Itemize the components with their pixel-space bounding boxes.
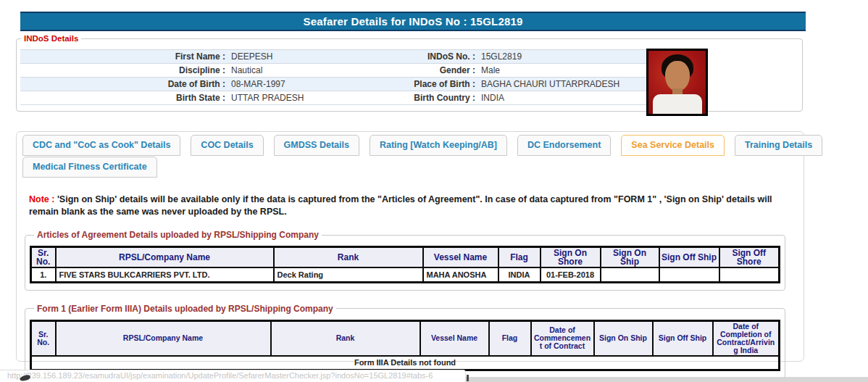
cell-flag: INDIA	[498, 267, 541, 282]
field-value: INDIA	[475, 91, 646, 104]
col-header-sign-off-ship: Sign Off Ship	[653, 320, 713, 356]
col-header-flag: Flag	[489, 320, 531, 356]
col-header-sign-on-ship: Sign On Ship	[594, 320, 653, 356]
indos-details-fieldset: INDoS Details First Name : DEEPESH INDoS…	[16, 34, 803, 112]
page-title: Seafarer Details for INDoS No : 15GL2819	[303, 15, 522, 28]
field-label: INDoS No. :	[394, 50, 475, 63]
col-header-sign-off-ship: Sign Off Ship	[659, 247, 719, 268]
field-label: First Name :	[20, 50, 225, 63]
field-label: Birth State :	[20, 91, 225, 104]
field-label: Gender :	[394, 64, 475, 77]
col-header-sr-no: Sr. No.	[31, 247, 56, 268]
tabs-row-2: Medical Fitness Certificate	[22, 157, 800, 178]
tabs-panel: CDC and "CoC as Cook" Details COC Detail…	[16, 131, 804, 362]
field-value: BAGHA CHAURI UTTARPRADESH	[475, 78, 646, 91]
field-label: Birth Country :	[394, 91, 475, 104]
cell-sign-on-ship	[601, 267, 659, 282]
note-label: Note :	[29, 194, 57, 204]
articles-of-agreement-fieldset: Articles of Agreement Details uploaded b…	[25, 230, 785, 291]
detail-row-discipline: Discipline : Nautical Gender : Male	[20, 64, 646, 78]
form1-fieldset: Form 1 (Earlier Form IIIA) Details uploa…	[25, 304, 785, 379]
field-value: 08-MAR-1997	[225, 78, 394, 91]
field-value: DEEPESH	[225, 50, 394, 63]
cell-sign-off-ship	[659, 267, 719, 282]
articles-header-row: Sr. No. RPSL/Company Name Rank Vessel Na…	[31, 247, 780, 268]
tab-cdc-coc-cook-details[interactable]: CDC and "CoC as Cook" Details	[22, 135, 180, 156]
col-header-sign-on-ship: Sign On Ship	[601, 247, 659, 268]
field-label: Date of Birth :	[20, 78, 225, 91]
field-value: UTTAR PRADESH	[225, 91, 394, 104]
tab-coc-details[interactable]: COC Details	[191, 135, 263, 156]
field-value: Male	[475, 64, 646, 77]
col-header-sign-off-shore: Sign Off Shore	[719, 247, 780, 268]
form1-empty-message: Form IIIA Details not found	[31, 356, 780, 370]
field-label: Place of Birth :	[394, 78, 475, 91]
tab-medical-fitness-certificate[interactable]: Medical Fitness Certificate	[22, 157, 157, 178]
detail-row-birth-state: Birth State : UTTAR PRADESH Birth Countr…	[20, 91, 646, 105]
cell-sign-off-shore	[719, 267, 780, 282]
col-header-rank: Rank	[274, 247, 423, 268]
tab-rating-watch-keeping[interactable]: Rating [Watch Keeping/AB]	[370, 135, 507, 156]
field-label: Discipline :	[20, 64, 225, 77]
detail-row-date-of-birth: Date of Birth : 08-MAR-1997 Place of Bir…	[20, 78, 646, 91]
col-header-sign-on-shore: Sign On Shore	[541, 247, 601, 268]
field-value: 15GL2819	[475, 50, 646, 63]
status-bar-url: http://239.156.189.23/esamudraUI/jsp/exa…	[0, 370, 466, 382]
col-header-flag: Flag	[498, 247, 541, 268]
articles-legend: Articles of Agreement Details uploaded b…	[34, 230, 322, 240]
col-header-company: RPSL/Company Name	[56, 247, 274, 268]
detail-row-first-name: First Name : DEEPESH INDoS No. : 15GL281…	[20, 50, 646, 64]
form1-empty-row: Form IIIA Details not found	[31, 356, 780, 370]
indos-details-rows: First Name : DEEPESH INDoS No. : 15GL281…	[20, 49, 646, 105]
indos-details-legend: INDoS Details	[21, 34, 81, 43]
cell-rank: Deck Rating	[274, 267, 423, 282]
col-header-rank: Rank	[271, 320, 420, 356]
tabs-row-1: CDC and "CoC as Cook" Details COC Detail…	[22, 135, 800, 156]
photo-shirt	[653, 94, 702, 115]
seafarer-photo	[646, 49, 708, 116]
note-body: 'Sign on Ship' details will be available…	[29, 194, 772, 217]
col-header-date-completion: Date of Completion of Contract/Arriving …	[713, 320, 780, 356]
form1-table: Sr. No. RPSL/Company Name Rank Vessel Na…	[30, 320, 780, 372]
form1-legend: Form 1 (Earlier Form IIIA) Details uploa…	[34, 304, 336, 314]
articles-table: Sr. No. RPSL/Company Name Rank Vessel Na…	[30, 246, 780, 283]
cell-vessel: MAHA ANOSHA	[423, 267, 498, 282]
field-value: Nautical	[225, 64, 394, 77]
cursor-tick-artifact	[467, 375, 469, 381]
col-header-vessel: Vessel Name	[420, 320, 489, 356]
cell-company: FIVE STARS BULKCARRIERS PVT. LTD.	[56, 267, 274, 282]
page-title-bar: Seafarer Details for INDoS No : 15GL2819	[20, 12, 806, 31]
articles-data-row: 1. FIVE STARS BULKCARRIERS PVT. LTD. Dec…	[31, 267, 780, 282]
cell-sign-on-shore: 01-FEB-2018	[541, 267, 601, 282]
col-header-sr-no: Sr. No.	[31, 320, 56, 356]
col-header-company: RPSL/Company Name	[56, 320, 271, 356]
form1-header-row: Sr. No. RPSL/Company Name Rank Vessel Na…	[31, 320, 780, 356]
tab-dc-endorsement[interactable]: DC Endorsement	[517, 135, 611, 156]
tab-training-details[interactable]: Training Details	[735, 135, 822, 156]
cell-sr-no: 1.	[31, 267, 56, 282]
col-header-vessel: Vessel Name	[423, 247, 498, 268]
note-text: Note : 'Sign on Ship' details will be av…	[29, 194, 784, 218]
tab-gmdss-details[interactable]: GMDSS Details	[274, 135, 359, 156]
photo-face	[665, 61, 690, 91]
tab-sea-service-details[interactable]: Sea Service Details	[621, 135, 725, 156]
col-header-date-commencement: Date of Commencement of Contract	[531, 320, 594, 356]
